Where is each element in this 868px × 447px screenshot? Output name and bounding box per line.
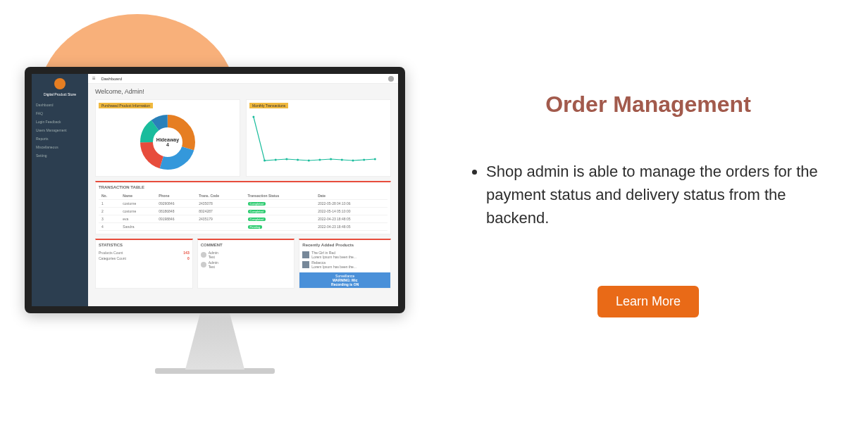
cell-no: 2 — [99, 208, 120, 215]
sidebar-item-users[interactable]: Users Management — [32, 126, 88, 134]
feature-bullet: Shop admin is able to manage the orders … — [486, 160, 831, 229]
sidebar-item-faq[interactable]: FAQ — [32, 109, 88, 118]
feature-bullets: Shop admin is able to manage the orders … — [465, 160, 831, 229]
donut-center-label: Hideaway — [156, 137, 179, 142]
user-avatar-icon[interactable] — [388, 76, 394, 82]
main-area: ≡ Dashboard Welcome, Admin! Purchased Pr… — [88, 74, 398, 306]
topbar: ≡ Dashboard — [88, 74, 398, 84]
warning-banner: Surveillance WARNING: Mic Recording is O… — [299, 272, 390, 288]
panel-purchased-products: Purchased Product Information — [95, 99, 240, 177]
status-badge: Completed — [248, 210, 266, 213]
cell-no: 4 — [99, 223, 120, 231]
status-badge: Completed — [248, 218, 266, 221]
cell-name: costume — [120, 208, 156, 215]
cell-no: 1 — [99, 200, 120, 208]
svg-point-14 — [352, 160, 354, 162]
breadcrumb: Dashboard — [101, 77, 122, 81]
stat-row: Categories Count 0 — [99, 256, 190, 261]
dashboard-content: Welcome, Admin! Purchased Product Inform… — [88, 84, 398, 306]
learn-more-button[interactable]: Learn More — [597, 286, 699, 317]
section-title: TRANSACTION TABLE — [99, 185, 388, 189]
product-desc: Lorem Ipsum has been the... — [311, 255, 356, 259]
recent-products-section: Recently Added Products The Girl in Red … — [299, 239, 391, 289]
svg-point-5 — [252, 116, 254, 118]
stat-row: Products Count 143 — [99, 250, 190, 256]
th-status: Transaction Status — [245, 192, 316, 200]
svg-point-16 — [374, 158, 376, 160]
cell-phone: 09290846 — [156, 200, 196, 208]
app-logo-icon — [54, 78, 66, 89]
stat-value: 0 — [187, 256, 190, 260]
svg-point-9 — [297, 159, 299, 161]
cell-name: eva — [120, 215, 156, 223]
product-thumb-icon — [302, 261, 309, 268]
cell-date: 2022-04-23 18:48:05 — [315, 223, 388, 231]
product-row: Rebecca Lorem Ipsum has been the... — [302, 260, 388, 270]
donut-center: Hideaway 4 — [154, 128, 182, 156]
avatar-icon — [201, 252, 206, 258]
svg-point-8 — [285, 158, 287, 160]
stat-label: Categories Count — [99, 256, 126, 260]
status-badge: Completed — [248, 202, 266, 206]
dashboard-screenshot: Digital Product Store Dashboard FAQ Logi… — [32, 74, 398, 306]
comment-text: Test — [209, 255, 218, 259]
monitor-stand — [166, 313, 264, 370]
section-title: COMMENT — [201, 243, 292, 247]
cell-status: Completed — [245, 215, 316, 223]
statistics-section: STATISTICS Products Count 143 Categories… — [95, 239, 193, 289]
welcome-text: Welcome, Admin! — [95, 88, 391, 95]
stat-value: 143 — [183, 251, 189, 255]
product-desc: Lorem Ipsum has been the... — [311, 265, 356, 269]
th-name: Name — [120, 192, 156, 200]
table-row: 2costume081868488024287Completed2022-05-… — [99, 208, 388, 215]
panel-monthly-transactions: Monthly Transactions — [246, 99, 391, 177]
th-no: No. — [99, 192, 120, 200]
cell-code: 8024287 — [196, 208, 244, 215]
avatar-icon — [201, 262, 206, 267]
svg-point-13 — [341, 159, 343, 161]
feature-copy: Order Management Shop admin is able to m… — [465, 92, 831, 317]
sidebar-item-misc[interactable]: Miscellaneous — [32, 143, 88, 151]
cell-code: 2435078 — [196, 200, 244, 208]
cell-name: Sandra — [120, 223, 156, 231]
cell-code — [196, 223, 244, 231]
comment-text: Test — [209, 265, 218, 269]
svg-point-12 — [330, 158, 332, 160]
th-code: Trans. Code — [196, 192, 244, 200]
cell-name: costume — [120, 200, 156, 208]
cell-date: 2022-05-28 04:10:06 — [315, 200, 388, 208]
cell-date: 2022-05-14 05:10:00 — [315, 208, 388, 215]
sidebar-item-reports[interactable]: Reports — [32, 134, 88, 143]
section-title: STATISTICS — [99, 243, 190, 247]
cell-phone: 09198846 — [156, 215, 196, 223]
cell-no: 3 — [99, 215, 120, 223]
product-thumb-icon — [302, 251, 309, 258]
menu-icon[interactable]: ≡ — [92, 75, 96, 82]
section-title: Recently Added Products — [302, 243, 388, 247]
panel-header-label: Monthly Transactions — [249, 103, 288, 108]
comments-section: COMMENT Admin Test — [197, 239, 295, 289]
sidebar-item-dashboard[interactable]: Dashboard — [32, 101, 88, 109]
status-badge: Pending — [248, 225, 263, 229]
cell-status: Completed — [245, 208, 316, 215]
warning-line2: Recording is ON — [301, 282, 389, 287]
product-row: The Girl in Red Lorem Ipsum has been the… — [302, 250, 388, 260]
feature-heading: Order Management — [465, 92, 831, 118]
table-row: 4SandraPending2022-04-23 18:48:05 — [99, 223, 388, 231]
sidebar: Digital Product Store Dashboard FAQ Logi… — [32, 74, 88, 306]
svg-point-7 — [275, 159, 277, 161]
app-title: Digital Product Store — [32, 92, 88, 96]
svg-point-6 — [264, 160, 266, 162]
transaction-table: No. Name Phone Trans. Code Transaction S… — [99, 192, 388, 231]
sidebar-item-setting[interactable]: Setting — [32, 151, 88, 160]
donut-chart: Hideaway 4 — [140, 114, 196, 170]
comment-row: Admin Test — [201, 260, 292, 270]
table-row: 1costume092908462435078Completed2022-05-… — [99, 200, 388, 208]
stat-label: Products Count — [99, 251, 123, 255]
panel-header-label: Purchased Product Information — [99, 103, 153, 108]
comment-row: Admin Test — [201, 250, 292, 260]
cell-phone: 08186848 — [156, 208, 196, 215]
sidebar-item-login-feedback[interactable]: Login Feedback — [32, 118, 88, 126]
svg-point-15 — [363, 159, 365, 161]
svg-point-11 — [318, 159, 321, 161]
